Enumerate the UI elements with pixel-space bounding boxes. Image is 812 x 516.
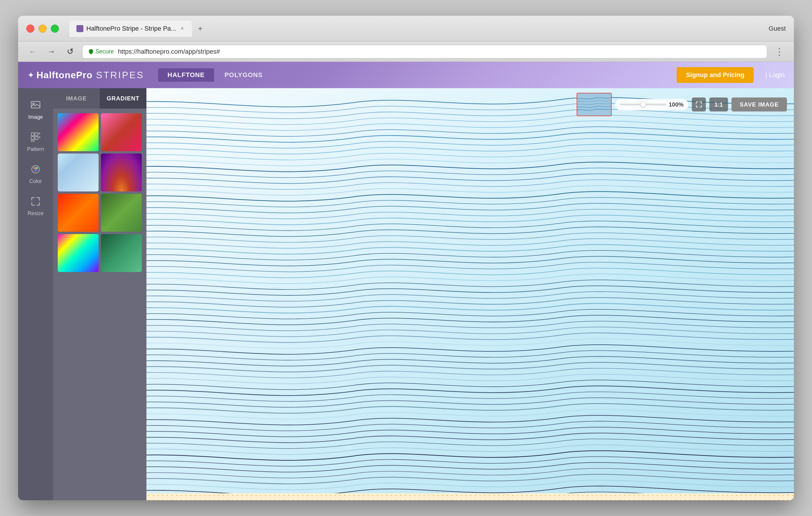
forward-button[interactable]: → xyxy=(45,45,58,58)
app-content: ✦ HalftonePro STRIPES HALFTONE POLYGONS … xyxy=(18,62,794,500)
pattern-icon xyxy=(30,132,41,144)
close-button[interactable] xyxy=(26,25,34,33)
back-button[interactable]: ← xyxy=(26,45,39,58)
gradient-swatch-teal[interactable] xyxy=(101,234,142,272)
zoom-value: 100% xyxy=(669,101,684,108)
browser-menu-button[interactable]: ⋮ xyxy=(773,45,786,58)
minimize-button[interactable] xyxy=(38,25,47,33)
gradient-swatch-green[interactable] xyxy=(101,194,142,232)
logo-text: HalftonePro xyxy=(36,70,92,81)
tab-close-button[interactable]: ✕ xyxy=(179,26,185,31)
svg-rect-5 xyxy=(31,137,34,139)
svg-rect-2 xyxy=(31,133,34,136)
tab-bar: HalftonePro Stripe - Stripe Pa... ✕ + xyxy=(69,21,206,37)
canvas-area: 100% 1:1 SAVE IMAGE xyxy=(146,88,794,500)
zoom-thumb[interactable] xyxy=(640,102,646,107)
nav-tab-polygons[interactable]: POLYGONS xyxy=(215,68,272,82)
svg-point-13 xyxy=(34,169,37,172)
main-area: Image xyxy=(18,88,794,500)
sidebar-color-label: Color xyxy=(29,178,42,185)
sidebar-image-label: Image xyxy=(28,114,43,120)
gradient-grid xyxy=(53,109,146,277)
gradient-swatch-pink[interactable] xyxy=(101,113,142,151)
nav-tab-halftone[interactable]: HALFTONE xyxy=(158,68,214,82)
secure-text: Secure xyxy=(95,48,114,55)
traffic-lights xyxy=(26,25,59,33)
canvas-bottom-border xyxy=(146,493,794,500)
gradient-swatch-ice[interactable] xyxy=(58,154,98,191)
svg-rect-8 xyxy=(31,140,32,141)
zoom-slider-container: 100% xyxy=(615,99,688,110)
tab-title: HalftonePro Stripe - Stripe Pa... xyxy=(86,25,176,32)
tab-image[interactable]: IMAGE xyxy=(53,88,100,109)
panel: IMAGE GRADIENT xyxy=(53,88,146,500)
svg-rect-4 xyxy=(39,133,40,134)
tab-favicon xyxy=(77,25,83,32)
active-tab[interactable]: HalftonePro Stripe - Stripe Pa... ✕ xyxy=(69,21,192,37)
svg-rect-7 xyxy=(39,137,40,138)
guest-label: Guest xyxy=(768,25,786,32)
tab-gradient[interactable]: GRADIENT xyxy=(100,88,146,109)
panel-tabs: IMAGE GRADIENT xyxy=(53,88,146,109)
svg-rect-0 xyxy=(31,102,40,108)
color-icon xyxy=(30,164,41,176)
logo-sub: STRIPES xyxy=(96,70,144,81)
gradient-swatch-rainbow[interactable] xyxy=(58,113,98,151)
titlebar: HalftonePro Stripe - Stripe Pa... ✕ + Gu… xyxy=(18,16,794,42)
login-link[interactable]: | Login xyxy=(765,71,785,79)
app-header: ✦ HalftonePro STRIPES HALFTONE POLYGONS … xyxy=(18,62,794,88)
zoom-slider[interactable] xyxy=(620,104,666,105)
ratio-button[interactable]: 1:1 xyxy=(709,98,728,111)
sidebar-pattern-label: Pattern xyxy=(27,146,44,152)
expand-button[interactable] xyxy=(692,98,706,111)
svg-rect-6 xyxy=(35,137,38,139)
svg-rect-3 xyxy=(35,133,38,136)
signup-button[interactable]: Signup and Pricing xyxy=(677,67,754,83)
preview-thumbnail[interactable] xyxy=(577,93,612,116)
sidebar-item-resize[interactable]: Resize xyxy=(18,191,53,221)
nav-tabs: HALFTONE POLYGONS xyxy=(158,68,272,82)
save-image-button[interactable]: SAVE IMAGE xyxy=(731,98,787,111)
maximize-button[interactable] xyxy=(51,25,59,33)
svg-point-12 xyxy=(36,167,38,169)
image-icon xyxy=(30,100,41,112)
sidebar-item-color[interactable]: Color xyxy=(18,159,53,189)
canvas-toolbar: 100% 1:1 SAVE IMAGE xyxy=(577,93,787,116)
refresh-button[interactable]: ↺ xyxy=(64,45,77,58)
svg-point-11 xyxy=(33,167,36,169)
logo: ✦ HalftonePro STRIPES xyxy=(27,70,144,81)
browser-window: HalftonePro Stripe - Stripe Pa... ✕ + Gu… xyxy=(18,16,794,500)
svg-rect-15 xyxy=(577,93,611,115)
logo-icon: ✦ xyxy=(27,70,34,80)
address-field[interactable]: Secure https://halftonepro.com/app/strip… xyxy=(82,45,767,58)
sidebar-item-image[interactable]: Image xyxy=(18,95,53,125)
gradient-swatch-rainbow2[interactable] xyxy=(58,234,98,272)
gradient-swatch-orange[interactable] xyxy=(58,194,98,232)
svg-rect-9 xyxy=(33,140,34,141)
sidebar-resize-label: Resize xyxy=(27,211,44,217)
gradient-swatch-fire[interactable] xyxy=(101,154,142,191)
resize-icon xyxy=(30,196,41,208)
sidebar: Image xyxy=(18,88,53,500)
new-tab-button[interactable]: + xyxy=(194,23,206,34)
url-text: https://halftonepro.com/app/stripes# xyxy=(118,48,220,55)
stripe-pattern xyxy=(146,88,794,500)
sidebar-item-pattern[interactable]: Pattern xyxy=(18,127,53,157)
addressbar: ← → ↺ Secure https://halftonepro.com/app… xyxy=(18,42,794,62)
secure-badge: Secure xyxy=(88,48,114,55)
